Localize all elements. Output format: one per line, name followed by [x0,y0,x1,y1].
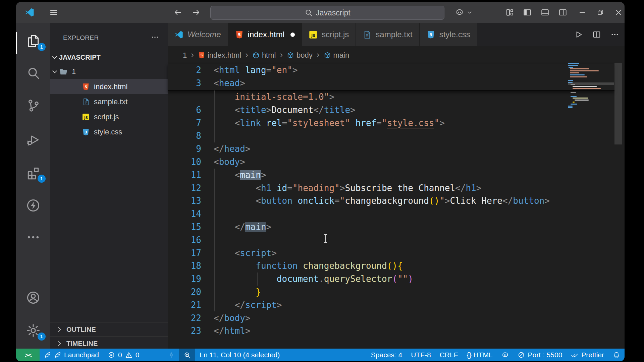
breadcrumb-item-main[interactable]: main [324,51,350,60]
code-line-17[interactable]: 17 <script> [168,247,625,260]
badge: 1 [38,43,46,51]
breadcrumb-item-html[interactable]: html [252,51,276,60]
run-button[interactable] [574,30,583,39]
code-line-2[interactable]: 2<html lang="en"> [168,64,614,77]
status-eol[interactable]: CRLF [435,349,463,361]
status-problems[interactable]: 00 [103,349,144,361]
status-live-server-port[interactable]: Port : 5500 [513,349,567,361]
minimap[interactable] [568,63,614,113]
minimap-line [568,107,573,108]
line-content: </main> [214,221,271,234]
modified-dot[interactable] [290,33,295,37]
code-line-15[interactable]: 15 </main> [168,221,625,234]
activity-item-explorer[interactable]: 1 [16,29,50,53]
status-copilot[interactable] [497,349,513,361]
tab-sample.txt[interactable]: sample.txt [356,23,419,46]
code-line-12[interactable]: 12 <h1 id="heading">Subscribe the Channe… [168,182,625,195]
workspace-root[interactable]: JAVASCRIPT [50,50,168,64]
activity-item-thunder-client[interactable] [16,193,50,218]
code-line-6[interactable]: 6 <title>Document</title> [168,104,625,117]
code-line-16[interactable]: 16 [168,234,625,247]
code-line-14[interactable]: 14 [168,207,625,221]
back-icon[interactable] [171,2,184,23]
status-language-mode[interactable]: {} HTML [463,349,497,361]
explorer-more-icon[interactable] [151,33,159,43]
scrollbar[interactable] [614,63,622,144]
file-row-sample.txt[interactable]: sample.txt [50,94,168,109]
code-line[interactable]: initial-scale=1.0"> [168,90,625,104]
activity-item-source-control[interactable] [16,94,50,118]
toggle-panel-icon[interactable] [538,2,552,23]
status-cursor-position[interactable]: Ln 11, Col 10 (4 selected) [195,349,284,361]
status-prettier[interactable]: Prettier [567,349,608,361]
code-line-21[interactable]: 21 </script> [168,299,625,312]
toggle-sidebar-icon[interactable] [521,2,534,23]
file-row-style.css[interactable]: 3style.css [50,124,168,139]
minimap-line [571,96,577,97]
code-line-9[interactable]: 9</head> [168,142,625,156]
tab-script.js[interactable]: JSscript.js [302,23,356,46]
code-line-11[interactable]: 11 <main> [168,169,625,182]
activity-item-settings[interactable]: 1 [16,318,50,343]
code-line-19[interactable]: 19 document.querySelector("") [168,273,625,286]
customize-layout-icon[interactable] [503,2,517,23]
minimize-button[interactable] [576,2,589,23]
file-row-index.html[interactable]: 5index.html [50,79,168,94]
outline-section[interactable]: OUTLINE [50,322,168,337]
file-row-script.js[interactable]: JSscript.js [50,109,168,124]
status-commit-indicator[interactable] [163,349,179,361]
status-zoom-indicator[interactable] [179,349,195,361]
menu-icon[interactable] [47,2,60,23]
code-line-20[interactable]: 20 } [168,286,625,299]
mouse-ibeam-cursor [324,234,327,243]
line-number: 17 [168,247,201,260]
indent-guide [236,182,236,221]
code-line-7[interactable]: 7 <link rel="stylesheet" href="style.css… [168,117,625,130]
code-line-10[interactable]: 10<body> [168,156,625,169]
activity-item-more-views[interactable] [16,225,50,249]
breadcrumb-item-body[interactable]: body [287,51,313,60]
status-remote-indicator[interactable]: >< [16,349,40,361]
minimap-line [568,106,573,107]
activity-item-run-debug[interactable] [16,128,50,152]
tab-Welcome[interactable]: Welcome [168,23,228,46]
activity-item-search[interactable] [16,61,50,85]
code-line-18[interactable]: 18 function changebackground(){ [168,259,625,273]
folder-row[interactable]: 1 [50,64,168,79]
status-indentation[interactable]: Spaces: 4 [367,349,407,361]
tab-index.html[interactable]: 5index.html [228,23,302,46]
close-button[interactable] [612,2,625,23]
code-line-8[interactable]: 8 [168,129,625,142]
breadcrumb-item-1[interactable]: 1 [183,51,187,60]
code-line-22[interactable]: 22</body> [168,312,625,325]
activity-item-accounts[interactable] [16,286,50,310]
badge: 1 [38,333,46,341]
search-input[interactable]: Javascript [210,6,444,20]
tab-style.css[interactable]: 3style.css [420,23,477,46]
commit-icon [167,351,175,359]
restore-button[interactable] [594,2,607,23]
code-line-23[interactable]: 23</html> [168,324,625,338]
code-line-3[interactable]: 3<head> [168,77,614,90]
breadcrumb-item-index.html[interactable]: 5index.html [198,51,241,60]
code-area[interactable]: initial-scale=1.0">6 <title>Document</ti… [168,90,625,338]
status-launchpad[interactable]: Launchpad [40,349,103,361]
minimap-line [573,86,597,87]
line-number: 11 [168,169,201,182]
editor-more-icon[interactable] [610,30,619,39]
copilot-icon[interactable] [453,2,466,23]
status-label: {} HTML [467,351,493,359]
breadcrumb-label: index.html [208,51,241,60]
minimap-line [570,68,589,69]
minimap-line [573,98,588,99]
line-content: </body> [214,312,251,325]
code-line-13[interactable]: 13 <button onclick="changebackground()">… [168,194,625,207]
toggle-secondary-sidebar-icon[interactable] [556,2,570,23]
status-notifications[interactable] [608,349,625,361]
forward-icon[interactable] [190,2,203,23]
split-editor-icon[interactable] [592,30,601,39]
status-bar: ><Launchpad00Ln 11, Col 10 (4 selected) … [16,349,625,361]
status-encoding[interactable]: UTF-8 [407,349,435,361]
copilot-chevron-icon[interactable] [465,2,474,23]
activity-item-extensions[interactable]: 1 [16,161,50,185]
